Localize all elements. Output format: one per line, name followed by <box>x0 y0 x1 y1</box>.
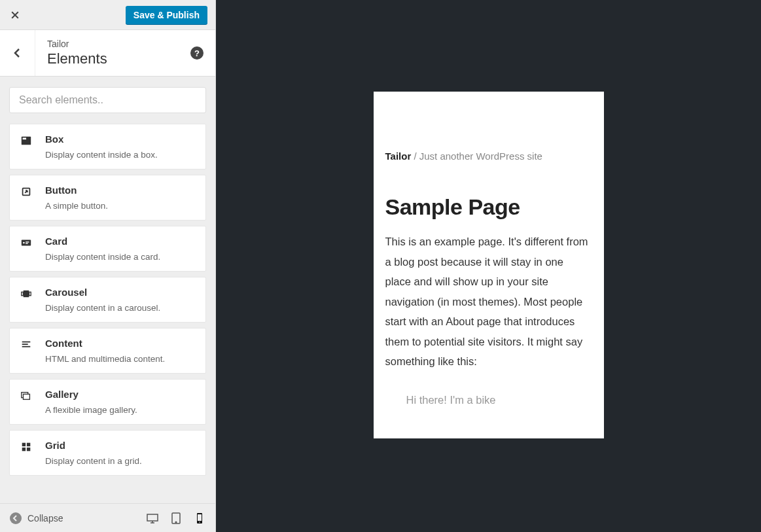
elements-list[interactable]: Box Display content inside a box. Button… <box>0 124 215 503</box>
element-item-button[interactable]: Button A simple button. <box>9 175 206 221</box>
grid-icon <box>20 441 35 455</box>
svg-rect-11 <box>22 344 28 345</box>
svg-rect-17 <box>22 448 26 451</box>
svg-rect-5 <box>26 241 29 242</box>
gallery-icon <box>20 390 35 404</box>
element-desc: A flexible image gallery. <box>45 405 195 415</box>
svg-rect-24 <box>198 514 202 521</box>
svg-rect-3 <box>22 240 31 246</box>
element-item-carousel[interactable]: Carousel Display content in a carousel. <box>9 277 206 323</box>
site-tagline-sep: / <box>411 151 419 162</box>
element-desc: Display content inside a box. <box>45 150 195 160</box>
element-name: Carousel <box>45 287 195 298</box>
element-item-gallery[interactable]: Gallery A flexible image gallery. <box>9 379 206 425</box>
element-item-grid[interactable]: Grid Display content in a grid. <box>9 430 206 476</box>
element-item-content[interactable]: Content HTML and multimedia content. <box>9 328 206 374</box>
svg-rect-15 <box>22 443 26 446</box>
svg-rect-20 <box>147 514 158 521</box>
desktop-icon <box>146 512 159 525</box>
search-input[interactable] <box>9 87 206 113</box>
close-icon <box>10 10 20 20</box>
sidebar-topbar: Save & Publish <box>0 0 215 30</box>
site-title: Tailor <box>385 151 412 162</box>
svg-rect-8 <box>22 292 24 295</box>
element-name: Card <box>45 236 195 247</box>
svg-rect-6 <box>26 243 28 243</box>
svg-point-22 <box>175 522 177 523</box>
collapse-icon <box>9 512 22 525</box>
element-desc: HTML and multimedia content. <box>45 354 195 364</box>
page-body: This is an example page. It's different … <box>385 232 592 372</box>
svg-point-19 <box>10 512 22 524</box>
back-button[interactable] <box>0 30 35 76</box>
element-name: Content <box>45 338 195 349</box>
site-tagline: Just another WordPress site <box>419 151 542 162</box>
panel-breadcrumb: Tailor <box>47 39 179 49</box>
collapse-button[interactable]: Collapse <box>4 508 68 529</box>
element-desc: A simple button. <box>45 201 195 211</box>
preview-frame[interactable]: Tailor / Just another WordPress site Sam… <box>374 92 604 438</box>
mobile-icon <box>193 512 206 525</box>
device-mobile-button[interactable] <box>188 506 211 530</box>
svg-point-4 <box>23 242 25 244</box>
element-name: Box <box>45 133 195 145</box>
card-icon <box>20 237 35 251</box>
svg-rect-12 <box>22 346 31 347</box>
help-button[interactable]: ? <box>190 46 204 60</box>
svg-rect-10 <box>22 342 31 343</box>
panel-header: Tailor Elements ? <box>0 30 215 77</box>
page-quote: Hi there! I'm a bike <box>385 394 592 406</box>
element-item-box[interactable]: Box Display content inside a box. <box>9 124 206 169</box>
collapse-label: Collapse <box>27 513 63 523</box>
panel-titles: Tailor Elements <box>35 31 190 75</box>
element-desc: Display content inside a card. <box>45 252 195 262</box>
preview-area: Tailor / Just another WordPress site Sam… <box>216 0 761 532</box>
svg-rect-9 <box>29 292 31 295</box>
search-wrap <box>0 77 215 124</box>
svg-rect-18 <box>27 448 30 451</box>
save-publish-button[interactable]: Save & Publish <box>126 6 207 24</box>
site-header: Tailor / Just another WordPress site <box>385 92 592 181</box>
button-icon <box>20 186 35 200</box>
svg-rect-7 <box>24 291 28 297</box>
page-title: Sample Page <box>385 194 592 220</box>
tablet-icon <box>169 512 183 525</box>
svg-rect-14 <box>24 394 30 399</box>
sidebar: Save & Publish Tailor Elements ? Box Dis… <box>0 0 216 532</box>
carousel-icon <box>20 288 35 302</box>
panel-title: Elements <box>47 50 179 67</box>
close-button[interactable] <box>0 0 30 30</box>
sidebar-footer: Collapse <box>0 503 215 532</box>
element-item-card[interactable]: Card Display content inside a card. <box>9 226 206 272</box>
element-desc: Display content in a carousel. <box>45 303 195 313</box>
chevron-left-icon <box>11 46 24 60</box>
svg-point-25 <box>199 522 200 523</box>
element-name: Button <box>45 185 195 196</box>
content-icon <box>20 339 35 353</box>
device-tablet-button[interactable] <box>164 506 188 530</box>
device-desktop-button[interactable] <box>141 506 164 530</box>
element-name: Grid <box>45 440 195 451</box>
element-desc: Display content in a grid. <box>45 456 195 466</box>
svg-rect-16 <box>27 443 30 446</box>
svg-rect-1 <box>23 138 26 140</box>
box-icon <box>20 135 35 149</box>
element-name: Gallery <box>45 389 195 400</box>
